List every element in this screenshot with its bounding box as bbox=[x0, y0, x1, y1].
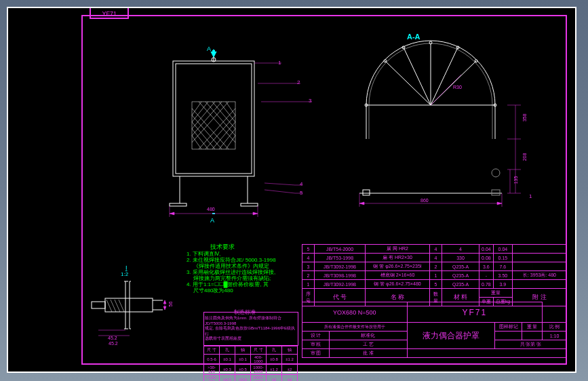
detail-label: I bbox=[125, 264, 128, 271]
svg-marker-31 bbox=[212, 52, 216, 56]
svg-rect-1 bbox=[176, 64, 252, 174]
dim-aa-r: R30 bbox=[453, 85, 462, 89]
tech-req-4b: 尺寸480改为480 bbox=[193, 287, 233, 294]
front-view bbox=[159, 51, 268, 217]
svg-line-22 bbox=[192, 102, 215, 129]
svg-rect-63 bbox=[363, 190, 370, 195]
svg-marker-70 bbox=[497, 202, 502, 205]
balloon-leaders bbox=[254, 58, 315, 200]
balloon-aa-1: 1 bbox=[529, 193, 532, 199]
dim-front-width: 480 bbox=[207, 207, 215, 212]
svg-line-6 bbox=[192, 115, 222, 149]
svg-line-46 bbox=[264, 190, 295, 193]
svg-line-11 bbox=[205, 102, 235, 136]
svg-rect-64 bbox=[492, 190, 500, 195]
detail-scale: 1:2 bbox=[121, 271, 128, 277]
svg-marker-69 bbox=[359, 202, 364, 205]
svg-rect-82 bbox=[92, 302, 105, 308]
dim-aa-h2: 208 bbox=[522, 153, 527, 161]
section-mark-a-bottom: A bbox=[210, 217, 214, 224]
svg-rect-81 bbox=[105, 298, 153, 312]
svg-line-88 bbox=[111, 300, 116, 312]
svg-line-89 bbox=[115, 300, 120, 312]
svg-line-9 bbox=[192, 136, 201, 149]
svg-line-87 bbox=[106, 300, 112, 312]
svg-marker-93 bbox=[163, 306, 166, 310]
mfg-line1: 除注圆角及倒角为1mm. 所有焊接体制符合JD/T5000.3-1998 bbox=[205, 315, 297, 325]
svg-line-44 bbox=[264, 183, 295, 185]
svg-line-14 bbox=[226, 102, 235, 115]
svg-line-16 bbox=[205, 115, 235, 149]
section-mark-a-top: A bbox=[207, 45, 211, 52]
svg-line-12 bbox=[212, 102, 235, 129]
detail-dim3: 56 bbox=[168, 302, 173, 307]
svg-line-7 bbox=[192, 122, 215, 149]
tolerance-table: 尺 寸孔轴尺 寸孔轴 0.5-6±0.1±0.1400-1000±0.8±1.2… bbox=[203, 346, 298, 381]
svg-line-50 bbox=[385, 61, 431, 105]
svg-marker-92 bbox=[163, 300, 166, 304]
title-block: YOX680 N=500 YF71 所有液偶合作件般支件等按管用于 液力偶合器护… bbox=[302, 302, 567, 358]
svg-point-65 bbox=[492, 169, 500, 177]
section-aa-view bbox=[339, 37, 536, 220]
svg-rect-28 bbox=[241, 203, 258, 206]
svg-line-90 bbox=[119, 300, 124, 312]
detail-dim2: 45.2 bbox=[109, 341, 118, 346]
svg-line-78 bbox=[431, 75, 461, 105]
svg-rect-0 bbox=[173, 61, 254, 176]
detail-view bbox=[92, 281, 173, 342]
svg-line-17 bbox=[212, 122, 235, 149]
svg-line-24 bbox=[192, 102, 201, 115]
svg-point-56 bbox=[429, 41, 432, 44]
svg-rect-27 bbox=[170, 203, 187, 206]
svg-marker-37 bbox=[253, 212, 258, 215]
mfg-line3: 选载骨寸表面相差度 bbox=[205, 336, 241, 342]
svg-rect-4 bbox=[192, 102, 235, 149]
svg-marker-36 bbox=[170, 212, 174, 215]
svg-line-54 bbox=[404, 47, 431, 105]
svg-line-21 bbox=[192, 102, 222, 136]
bom-table: 5JB/T54-2000展 网 HR2440.040.044JB/T53-199… bbox=[302, 244, 567, 306]
dim-aa-h3: 135 bbox=[513, 176, 518, 184]
detail-dim1: 45.2 bbox=[108, 336, 117, 340]
svg-line-19 bbox=[226, 136, 235, 149]
dim-aa-span: 860 bbox=[420, 198, 429, 203]
dim-aa-h1: 358 bbox=[522, 114, 527, 122]
svg-line-55 bbox=[431, 47, 458, 105]
